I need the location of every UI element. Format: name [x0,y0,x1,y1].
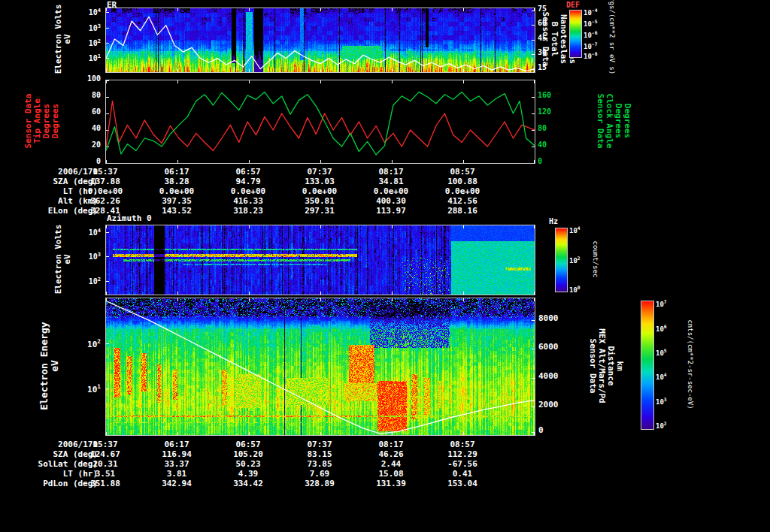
tick-label: 80 [92,92,101,99]
table-value: 3.51 [71,469,139,479]
colorbar1-canvas [570,11,581,57]
table-value: 416.33 [214,196,282,206]
panel4-right-axis-label-altitude: km Distance MEX Alt/Mars/Pd Sensor Data [588,328,624,403]
colorbar3 [555,228,568,292]
panel2-angles-plot [105,80,535,164]
table-value: 50.23 [214,459,282,469]
colorbar4-ticks: 107106105104103102 [656,301,677,428]
table-value: 0.0e+00 [429,186,496,196]
panel1-er-spectrogram [105,8,535,73]
table-value: 362.26 [71,196,139,206]
tick-label: 107 [656,298,667,308]
table-value: 137.88 [71,177,139,186]
time-axis-label: 05:37 [71,167,139,177]
table-value: 328.89 [286,479,353,488]
table-value: 7.69 [286,469,353,479]
time-axis-label: 07:37 [286,440,353,449]
table-value: 0.0e+00 [71,186,139,196]
panel1-er-spectrogram-canvas [106,8,535,72]
panel3-y-axis-label: Electron Volts eV [54,225,72,295]
table-value: 318.23 [214,206,282,216]
colorbar3-title: Hz [549,217,558,225]
table-value: 397.35 [143,196,211,206]
table-value: 33.37 [143,459,211,469]
tick-label: 104 [656,371,667,381]
panel2-y-axis-label-tip-angle: Sensor Data Tip Angle Degrees Degrees [24,94,60,149]
table-value: 131.39 [357,479,425,488]
colorbar1 [569,10,582,58]
table-value: 100.88 [429,177,496,186]
tick-label: 106 [656,323,667,333]
time-axis-label: 06:57 [214,167,282,177]
tick-label: 60 [92,108,101,116]
table-value: 350.81 [286,196,353,206]
table-value: -67.56 [429,459,496,469]
table-value: 94.79 [214,177,282,186]
panel4-y-axis-label: Electron Energy eV [39,322,60,410]
table-value: 3.81 [143,469,211,479]
table-value: 143.52 [143,206,211,216]
panel2-angles-canvas [106,80,535,163]
mex-els-plot-screen: ER 104103102101 7560453015 Electron Volt… [0,0,770,532]
tick-label: 101 [89,53,101,62]
table-value: 0.41 [429,469,496,479]
colorbar3-unit-label: count/sec [592,241,599,278]
table-value: 297.31 [286,206,353,216]
colorbar1-unit-label: ergs/(cm**2 sr eV s) [608,0,616,74]
tick-label: 103 [89,23,101,32]
tick-label: 20 [92,141,101,149]
tick-label: 102 [87,338,101,349]
panel3-y-axis-ticks: 104103102 [72,225,101,294]
tick-label: 103 [89,251,101,261]
table-value: 328.41 [71,206,139,216]
panel1-y-axis-label: Electron Volts eV [54,5,72,74]
time-axis-label: 06:57 [214,440,282,449]
time-axis-label: 08:57 [429,167,496,177]
tick-label: 105 [656,347,667,357]
table-value: 351.88 [71,479,139,488]
table-value: 38.28 [143,177,211,186]
tick-label: 0 [96,158,101,165]
table-value: 412.56 [429,196,496,206]
tick-label: 10-5 [584,18,597,28]
table-value: 153.04 [429,479,496,488]
table-value: 0.0e+00 [143,186,211,196]
tick-label: 100 [87,75,101,83]
tick-label: 10-6 [584,29,597,39]
tick-label: 0 [538,158,542,165]
table-value: 342.94 [143,479,211,488]
table-value: 334.42 [214,479,282,488]
tick-label: 40 [538,141,547,149]
time-axis-label: 06:17 [143,440,211,449]
table-value: 46.26 [357,449,425,459]
tick-label: 101 [87,383,101,394]
tick-label: 8000 [538,315,559,322]
panel2-right-axis-ticks: 16012080400 [538,80,560,162]
time-axis-label: 08:17 [357,167,425,177]
colorbar1-ticks: 10-410-510-610-710-8 [584,10,606,56]
tick-label: 40 [92,125,101,132]
tick-label: 100 [569,284,581,294]
table-value: 113.97 [357,206,425,216]
table-value: 15.08 [357,469,425,479]
tick-label: 10-8 [584,50,597,60]
tick-label: 4000 [538,373,559,380]
table-value: 124.67 [71,449,139,459]
table-value: 133.03 [286,177,353,186]
table-value: 0.0e+00 [214,186,282,196]
table-value: 34.81 [357,177,425,186]
tick-label: 10-7 [584,41,597,50]
tick-label: 10-4 [584,7,597,17]
tick-label: 0 [538,427,544,434]
panel4-y-axis-ticks: 102101 [74,298,101,434]
colorbar3-canvas [556,228,567,292]
tick-label: 104 [569,225,581,234]
colorbar4-unit-label: cnts/(cm**2-sr-sec-eV) [687,319,694,409]
table-value: 20.31 [71,459,139,469]
panel4-right-axis-ticks: 80006000400020000 [538,298,568,434]
tick-label: 102 [569,255,581,264]
table-value: 0.0e+00 [286,186,353,196]
panel2-right-axis-label-clock-angle: Degrees Degrees Clock Angle Sensor Data [596,94,632,149]
table-value: 0.0e+00 [357,186,425,196]
time-axis-label: 05:37 [71,440,139,449]
